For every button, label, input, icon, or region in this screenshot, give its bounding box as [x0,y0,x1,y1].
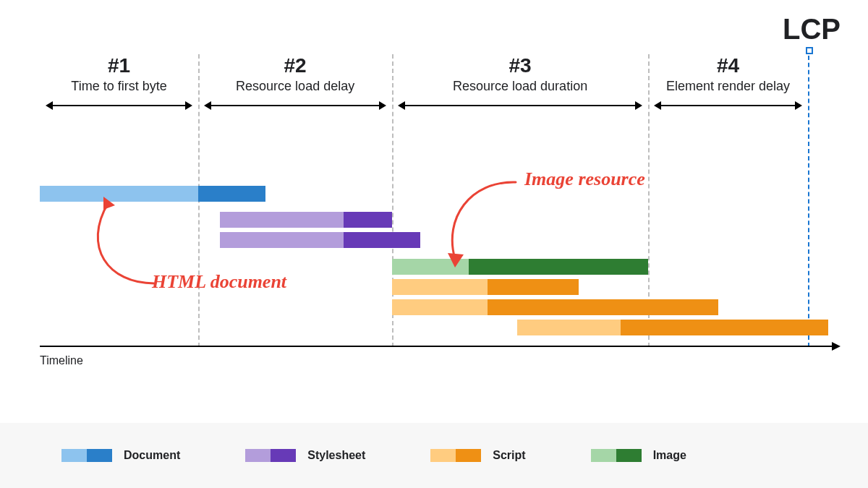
phase-label: Element render delay [648,79,808,94]
legend: DocumentStylesheetScriptImage [0,423,868,488]
legend-label: Image [653,449,686,462]
phase-range-arrow [47,105,191,106]
legend-swatch [430,449,481,462]
lcp-label: LCP [783,13,841,46]
stylesheet-bar [220,212,393,228]
legend-item-document: Document [61,449,180,462]
legend-swatch [61,449,112,462]
phase-2: #2Resource load delay [198,54,392,94]
phase-1: #1Time to first byte [40,54,198,94]
waterfall-chart: #1Time to first byte#2Resource load dela… [40,54,832,369]
phase-label: Time to first byte [40,79,198,94]
stylesheet-bar [220,232,420,248]
legend-item-stylesheet: Stylesheet [245,449,365,462]
lcp-marker-line [808,48,809,347]
legend-item-script: Script [430,449,525,462]
phase-range-arrow [399,105,641,106]
legend-label: Document [124,449,180,462]
phase-number: #2 [198,54,392,77]
script-bar [392,299,718,315]
phase-number: #4 [648,54,808,77]
annotation-image-resource: Image resource [524,168,645,190]
phase-range-arrow [655,105,801,106]
timeline-axis-label: Timeline [40,354,83,367]
phase-4: #4Element render delay [648,54,808,94]
script-bar [517,320,827,335]
legend-swatch [245,449,296,462]
annotation-html-document: HTML document [152,271,286,293]
phase-number: #1 [40,54,198,77]
script-bar [392,279,578,295]
svg-marker-0 [103,197,115,210]
phase-label: Resource load duration [392,79,648,94]
phase-label: Resource load delay [198,79,392,94]
legend-label: Script [493,449,525,462]
timeline-axis [40,346,839,347]
diagram-root: LCP #1Time to first byte#2Resource load … [0,0,868,488]
phase-range-arrow [205,105,385,106]
legend-swatch [591,449,642,462]
annotation-arrow-image [430,174,524,271]
legend-label: Stylesheet [307,449,365,462]
svg-marker-1 [448,253,464,267]
legend-item-image: Image [591,449,686,462]
phase-3: #3Resource load duration [392,54,648,94]
phase-number: #3 [392,54,648,77]
